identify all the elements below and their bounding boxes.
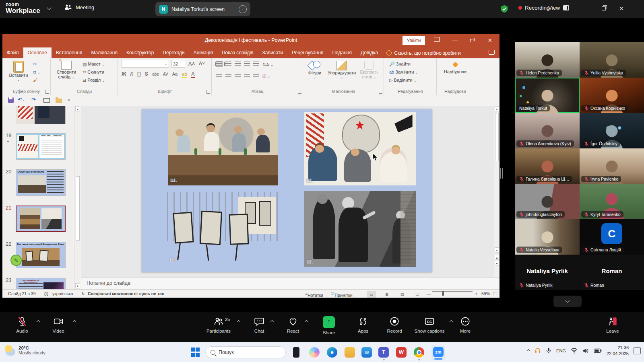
tab-draw[interactable]: Малювання: [87, 47, 122, 58]
mail-app-icon[interactable]: ✉: [361, 347, 372, 358]
shapes-button[interactable]: Фігури ⌄: [304, 61, 325, 79]
align-right-button[interactable]: [235, 73, 241, 78]
slide-22-thumbnail[interactable]: Виставка ілюстрацій Владислава Єрка: [16, 242, 66, 268]
accessibility-status[interactable]: Спеціальні можливості: щось не так: [88, 291, 164, 296]
tell-me-search[interactable]: Скажіть, що потрібно зробити: [382, 47, 465, 58]
underline-button[interactable]: П: [137, 71, 141, 77]
headset-icon[interactable]: [535, 348, 541, 354]
font-size-select[interactable]: [171, 60, 185, 68]
tab-record[interactable]: Записати: [258, 47, 288, 58]
tab-file[interactable]: Файл: [2, 47, 23, 58]
notes-toggle[interactable]: ≡ Нотатки: [305, 291, 308, 296]
text-direction-button[interactable]: ⇅A ⌄: [262, 62, 274, 67]
apps-button[interactable]: Apps: [353, 316, 374, 333]
microphone-tray-icon[interactable]: [546, 348, 551, 354]
line-spacing-button[interactable]: [253, 62, 259, 66]
participants-options-chevron[interactable]: [237, 317, 240, 325]
paragraph-dialog-launcher[interactable]: [298, 90, 301, 94]
italic-button[interactable]: К: [130, 71, 133, 77]
w-app-icon[interactable]: W: [396, 347, 407, 358]
char-spacing-button[interactable]: AV: [163, 72, 168, 76]
participant-tile[interactable]: Галина Євгенівна Ш…: [515, 148, 580, 184]
participant-tile[interactable]: Natalia Vesselova: [515, 219, 580, 255]
slide-21-thumbnail-selected[interactable]: [16, 206, 66, 232]
ppt-restore-button[interactable]: [470, 37, 473, 43]
tab-design[interactable]: Конструктор: [122, 47, 158, 58]
participant-tile[interactable]: Helen Pedchenko: [515, 42, 580, 78]
panel-resize-handle[interactable]: [500, 168, 503, 179]
zoom-app-active[interactable]: zm: [431, 346, 445, 360]
thumbnail-scrollbar[interactable]: ▲ ▼: [74, 106, 80, 289]
tab-transitions[interactable]: Переходи: [158, 47, 189, 58]
change-case-button[interactable]: Aa: [172, 72, 178, 76]
select-button[interactable]: ▷ Виділити ⌄: [389, 78, 417, 83]
participant-tile[interactable]: Roman Roman: [580, 255, 644, 290]
zoom-slider-track[interactable]: [432, 291, 473, 292]
sign-in-button[interactable]: Увійти: [402, 36, 425, 45]
reading-view-button[interactable]: ▤: [397, 291, 407, 298]
bold-button[interactable]: Ж: [122, 71, 126, 77]
undo-button[interactable]: ↶ ⌄: [18, 97, 22, 103]
notes-pane[interactable]: Нотатки до слайда: [81, 278, 500, 289]
ppt-minimize-button[interactable]: —: [452, 37, 458, 43]
video-button[interactable]: Video: [47, 316, 70, 333]
convert-smartart-button[interactable]: ⎚ ⌄: [262, 74, 271, 78]
open-file-button[interactable]: [56, 99, 62, 103]
decrease-indent-button[interactable]: [235, 62, 241, 66]
captions-options-chevron[interactable]: [450, 317, 452, 325]
editor-scrollbar[interactable]: ▲ ▼ ▲ ▼: [494, 106, 500, 277]
scroll-thumb[interactable]: [495, 113, 499, 161]
comments-toggle[interactable]: 🗨 Примітки: [330, 291, 335, 296]
zoom-in-button[interactable]: +: [475, 291, 477, 296]
tab-insert[interactable]: Вставлення: [52, 47, 87, 58]
video-options-chevron[interactable]: [73, 317, 76, 325]
widgets-app-icon[interactable]: [293, 347, 299, 358]
ribbon-display-options-icon[interactable]: [434, 37, 440, 42]
thumbnail-scroll-thumb[interactable]: [76, 176, 80, 241]
cut-button[interactable]: ✂: [33, 62, 37, 67]
workspace-chevron-down-icon[interactable]: [47, 5, 51, 10]
slide-23-thumbnail[interactable]: Іноземні гості фестивалю: [16, 278, 66, 289]
arrange-button[interactable]: Упорядкувати ⌄: [324, 61, 359, 79]
copy-button[interactable]: ⧉ ⌄: [33, 70, 40, 75]
participant-tile[interactable]: Kyryl Tarasenko: [580, 184, 644, 219]
numbering-button[interactable]: [225, 62, 231, 66]
language-indicator[interactable]: українська: [52, 291, 73, 296]
window-restore-button[interactable]: [602, 5, 606, 12]
audio-button[interactable]: Audio: [10, 316, 34, 333]
start-slideshow-button[interactable]: [43, 98, 50, 103]
participant-tile[interactable]: Оксана Корнієнко: [580, 78, 644, 113]
security-shield-icon[interactable]: [500, 5, 508, 13]
tab-shared-screen[interactable]: N Nataliya Torkut's screen ⋯: [155, 2, 250, 16]
wifi-icon[interactable]: [571, 348, 578, 354]
quick-styles-button[interactable]: Експрес- стилі ⌄: [357, 61, 381, 79]
comments-icon[interactable]: [489, 50, 495, 55]
shadow-button[interactable]: abe: [152, 72, 159, 76]
paste-button[interactable]: Вставити ⌄: [7, 61, 30, 82]
tab-slideshow[interactable]: Показ слайдів: [217, 47, 258, 58]
normal-view-button[interactable]: ▭: [367, 291, 376, 298]
reset-button[interactable]: ⟲ Скинути: [83, 70, 104, 75]
highlight-button[interactable]: ab: [182, 71, 187, 78]
fit-slide-button[interactable]: ⛶: [493, 291, 496, 296]
slide-sorter-view-button[interactable]: ⊞: [382, 291, 392, 298]
drawing-dialog-launcher[interactable]: [379, 90, 382, 94]
tab-meeting[interactable]: Meeting: [64, 4, 94, 10]
audio-options-chevron[interactable]: [37, 317, 39, 325]
edge-app-icon[interactable]: e: [327, 347, 337, 358]
format-painter-button[interactable]: 🖌: [33, 78, 37, 82]
slide-19-thumbnail[interactable]: ПРО ФЕСТИВАЛЬ.: [16, 133, 66, 160]
share-button[interactable]: Share: [318, 316, 340, 335]
taskbar-clock[interactable]: 21:36 22.04.2025: [607, 345, 629, 357]
find-button[interactable]: 🔎 Знайти: [389, 62, 411, 67]
participant-tile[interactable]: Olena Annenkova (Kyiv): [515, 113, 580, 148]
clipboard-dialog-launcher[interactable]: [45, 90, 49, 94]
slide-20-thumbnail[interactable]: Структура Фестивалю: [16, 169, 66, 196]
battery-icon[interactable]: [594, 348, 602, 353]
previous-slide-button[interactable]: ▲: [495, 255, 499, 260]
weather-widget[interactable]: 20°C Mostly cloudy: [5, 345, 45, 356]
new-slide-button[interactable]: Створити слайд ⌄: [54, 61, 79, 79]
redo-button[interactable]: ↷: [31, 97, 36, 103]
current-slide-canvas[interactable]: Ш. Ш.: [142, 109, 432, 272]
chat-button[interactable]: Chat: [249, 316, 270, 333]
